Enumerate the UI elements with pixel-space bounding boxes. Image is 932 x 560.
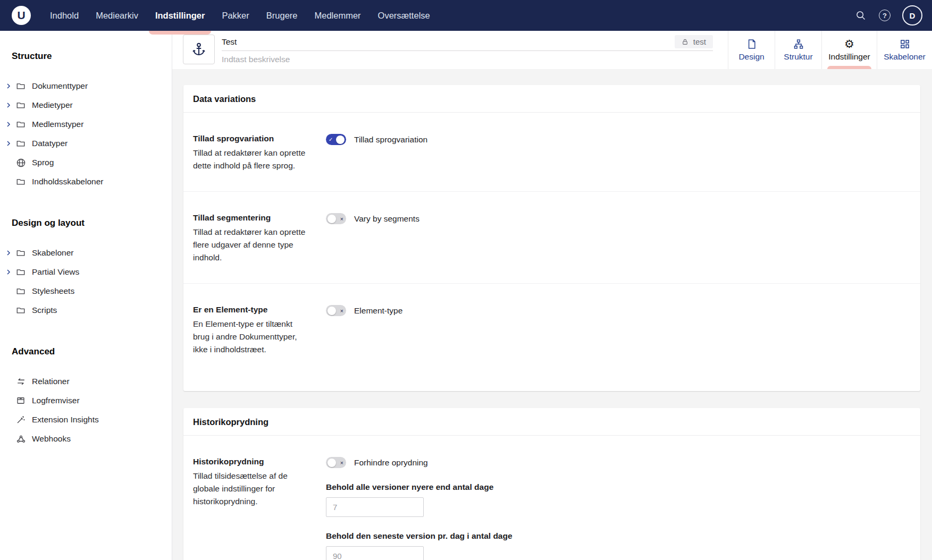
wand-icon <box>15 414 26 425</box>
toggle-label: Element-type <box>354 306 402 316</box>
sidebar-item-label: Extension Insights <box>32 415 99 425</box>
toggle-knob <box>328 307 336 315</box>
topnav-item-mediearkiv[interactable]: Mediearkiv <box>87 0 147 31</box>
property-description: En Element-type er tiltænkt brug i andre… <box>193 318 315 356</box>
sidebar-item-indholdsskabeloner[interactable]: Indholdsskabeloner <box>0 172 172 191</box>
folder-icon <box>15 119 26 130</box>
sidebar-item-label: Scripts <box>32 306 57 315</box>
sidebar-item-extension-insights[interactable]: Extension Insights <box>0 410 172 429</box>
check-icon: ✓ <box>328 137 333 142</box>
toggle-element-type[interactable]: × <box>326 305 346 316</box>
property-row-tillad-sprogvariation: Tillad sprogvariation Tillad at redaktør… <box>183 113 920 191</box>
topnav-item-brugere[interactable]: Brugere <box>258 0 306 31</box>
card-title: Historikoprydning <box>183 408 920 436</box>
tab-label: Indstillinger <box>828 52 870 62</box>
tab-struktur[interactable]: Struktur <box>775 31 821 69</box>
folder-icon <box>15 286 26 296</box>
sidebar-item-medlemstyper[interactable]: Medlemstyper <box>0 115 172 134</box>
question-glyph: ? <box>883 12 887 20</box>
sidebar-item-relationer[interactable]: Relationer <box>0 372 172 391</box>
top-navigation: U Indhold Mediearkiv Indstillinger Pakke… <box>0 0 932 31</box>
chevron-right-icon[interactable] <box>4 250 13 256</box>
alias-lock-badge[interactable]: test <box>675 35 713 48</box>
sidebar-item-dokumenttyper[interactable]: Dokumenttyper <box>0 77 172 96</box>
property-row-tillad-segmentering: Tillad segmentering Tillad at redaktører… <box>183 191 920 283</box>
property-row-historikoprydning: Historikoprydning Tillad tilsidesættelse… <box>183 436 920 560</box>
topnav-item-oversaettelse[interactable]: Oversættelse <box>370 0 439 31</box>
section-title-advanced: Advanced <box>12 346 172 357</box>
folder-icon <box>15 81 26 91</box>
folder-icon <box>15 267 26 277</box>
sidebar-item-medietyper[interactable]: Medietyper <box>0 96 172 115</box>
document-icon <box>746 39 757 49</box>
umbraco-logo[interactable]: U <box>12 6 31 25</box>
property-row-element-type: Er en Element-type En Element-type er ti… <box>183 283 920 391</box>
avatar-initial: D <box>910 11 916 20</box>
tab-design[interactable]: Design <box>728 31 775 69</box>
property-label: Tillad sprogvariation <box>193 134 315 143</box>
sidebar-item-label: Relationer <box>32 377 70 386</box>
toggle-prevent-cleanup[interactable]: × <box>326 457 346 468</box>
field-label-keep-latest-version: Behold den seneste version pr. dag i ant… <box>326 531 910 541</box>
keep-all-versions-input[interactable] <box>326 497 424 517</box>
chevron-right-icon[interactable] <box>4 121 13 128</box>
sidebar-item-stylesheets[interactable]: Stylesheets <box>0 282 172 301</box>
property-description: Tillad tilsidesættelse af de globale ind… <box>193 470 315 508</box>
toggle-vary-by-culture[interactable]: ✓ <box>326 134 346 145</box>
help-icon[interactable]: ? <box>879 10 891 21</box>
tab-label: Skabeloner <box>884 52 925 62</box>
topnav-item-indstillinger[interactable]: Indstillinger <box>147 0 214 31</box>
topnav-item-pakker[interactable]: Pakker <box>213 0 257 31</box>
topnav-item-indhold[interactable]: Indhold <box>41 0 87 31</box>
x-icon: × <box>340 460 345 465</box>
sidebar-item-datatyper[interactable]: Datatyper <box>0 134 172 153</box>
folder-icon <box>15 138 26 149</box>
sidebar-item-label: Datatyper <box>32 139 68 148</box>
sidebar-item-scripts[interactable]: Scripts <box>0 301 172 320</box>
workspace-tabs: Design Struktur ⚙ Indstillinger Skabelon… <box>728 31 932 69</box>
entity-icon-button[interactable] <box>183 35 215 64</box>
sidebar-item-logfremviser[interactable]: Logfremviser <box>0 391 172 410</box>
property-label: Historikoprydning <box>193 457 315 466</box>
topnav-label: Oversættelse <box>378 11 430 21</box>
anchor-icon <box>191 41 207 57</box>
sidebar-item-label: Skabeloner <box>32 248 73 258</box>
search-icon[interactable] <box>854 9 867 22</box>
topnav-label: Medlemmer <box>315 11 361 21</box>
settings-tree-sidebar: Structure Dokumenttyper Medietyper <box>0 31 172 560</box>
folder-icon <box>15 100 26 111</box>
section-title-design-og-layout: Design og layout <box>12 218 172 228</box>
chevron-right-icon[interactable] <box>4 83 13 89</box>
chevron-right-icon[interactable] <box>4 102 13 108</box>
tab-label: Design <box>738 52 764 62</box>
chevron-right-icon[interactable] <box>4 269 13 275</box>
chevron-right-icon[interactable] <box>4 140 13 147</box>
topnav-item-medlemmer[interactable]: Medlemmer <box>306 0 370 31</box>
sidebar-item-webhooks[interactable]: Webhooks <box>0 429 172 448</box>
grid-icon <box>900 39 910 49</box>
relations-icon <box>15 376 26 387</box>
toggle-label: Forhindre oprydning <box>354 458 428 468</box>
avatar[interactable]: D <box>902 5 922 26</box>
folder-icon <box>15 176 26 187</box>
topnav-label: Pakker <box>222 11 249 21</box>
description-input[interactable] <box>222 55 713 64</box>
sidebar-item-partial-views[interactable]: Partial Views <box>0 262 172 282</box>
x-icon: × <box>340 308 345 313</box>
toggle-vary-by-segments[interactable]: × <box>326 213 346 224</box>
toggle-label: Tillad sprogvariation <box>354 135 427 145</box>
sidebar-item-sprog[interactable]: Sprog <box>0 153 172 172</box>
folder-icon <box>15 248 26 258</box>
sidebar-item-label: Medlemstyper <box>32 120 83 129</box>
topnav-label: Mediearkiv <box>96 11 138 21</box>
tab-indstillinger[interactable]: ⚙ Indstillinger <box>821 31 877 69</box>
sidebar-item-skabeloner[interactable]: Skabeloner <box>0 243 172 262</box>
workspace-header: test Design Struktur ⚙ I <box>172 31 932 69</box>
property-label: Tillad segmentering <box>193 213 315 223</box>
lock-icon <box>682 38 688 46</box>
property-label: Er en Element-type <box>193 305 315 315</box>
tab-skabeloner[interactable]: Skabeloner <box>877 31 932 69</box>
name-input[interactable] <box>222 37 675 47</box>
keep-latest-per-day-input[interactable] <box>326 546 424 560</box>
gear-icon: ⚙ <box>844 39 854 49</box>
